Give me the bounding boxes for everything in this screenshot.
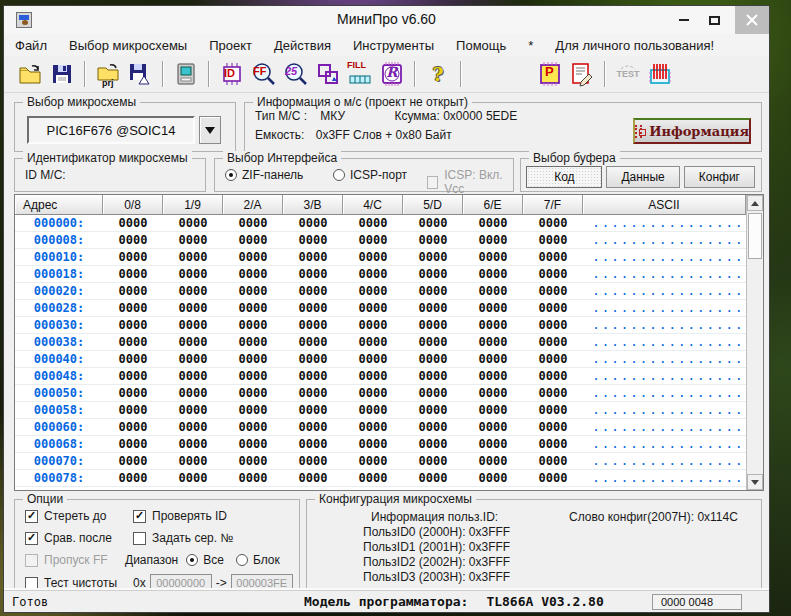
hex-value-cell[interactable]: 0000 bbox=[403, 453, 463, 469]
test-button[interactable]: TEST bbox=[613, 59, 643, 89]
hex-value-cell[interactable]: 0000 bbox=[103, 215, 163, 231]
checkbox-serial-number[interactable]: Задать сер. № bbox=[133, 531, 233, 545]
hex-value-cell[interactable]: 0000 bbox=[283, 402, 343, 418]
hex-ascii-cell[interactable]: ................ bbox=[583, 368, 746, 384]
checkbox-skip-ff[interactable]: Пропуск FF bbox=[25, 553, 125, 567]
hex-value-cell[interactable]: 0000 bbox=[283, 436, 343, 452]
hex-value-cell[interactable]: 0000 bbox=[223, 266, 283, 282]
save-project-button[interactable] bbox=[125, 59, 155, 89]
radio-zif-panel[interactable]: ZIF-панель bbox=[225, 168, 303, 182]
hex-value-cell[interactable]: 0000 bbox=[403, 249, 463, 265]
hex-value-cell[interactable]: 0000 bbox=[523, 232, 583, 248]
hex-value-cell[interactable]: 0000 bbox=[283, 334, 343, 350]
hex-value-cell[interactable]: 0000 bbox=[523, 470, 583, 486]
hex-value-cell[interactable]: 0000 bbox=[223, 419, 283, 435]
hex-value-cell[interactable]: 0000 bbox=[223, 368, 283, 384]
hex-value-cell[interactable]: 0000 bbox=[463, 351, 523, 367]
hex-value-cell[interactable]: 0000 bbox=[463, 300, 523, 316]
hex-value-cell[interactable]: 0000 bbox=[523, 300, 583, 316]
hex-value-cell[interactable]: 0000 bbox=[223, 470, 283, 486]
hex-value-cell[interactable]: 0000 bbox=[103, 300, 163, 316]
hex-value-cell[interactable]: 0000 bbox=[283, 470, 343, 486]
hex-value-cell[interactable]: 0000 bbox=[223, 317, 283, 333]
hex-value-cell[interactable]: 0000 bbox=[103, 317, 163, 333]
hex-value-cell[interactable]: 0000 bbox=[343, 300, 403, 316]
hex-value-cell[interactable]: 0000 bbox=[103, 368, 163, 384]
hex-value-cell[interactable]: 0000 bbox=[523, 317, 583, 333]
hex-value-cell[interactable]: 0000 bbox=[343, 368, 403, 384]
hex-value-cell[interactable]: 0000 bbox=[283, 419, 343, 435]
hex-ascii-cell[interactable]: ................ bbox=[583, 385, 746, 401]
hex-value-cell[interactable]: 0000 bbox=[283, 249, 343, 265]
hex-value-cell[interactable]: 0000 bbox=[223, 351, 283, 367]
hex-value-cell[interactable]: 0000 bbox=[403, 368, 463, 384]
hex-value-cell[interactable]: 0000 bbox=[163, 351, 223, 367]
chip-select-combobox[interactable]: PIC16F676 @SOIC14 bbox=[27, 116, 195, 144]
hex-ascii-cell[interactable]: ................ bbox=[583, 402, 746, 418]
hex-value-cell[interactable]: 0000 bbox=[103, 351, 163, 367]
buffer-tab-0[interactable]: Код bbox=[526, 166, 602, 188]
menu-item-0[interactable]: Файл bbox=[4, 36, 58, 55]
hex-value-cell[interactable]: 0000 bbox=[163, 368, 223, 384]
hex-value-cell[interactable]: 0000 bbox=[163, 436, 223, 452]
hex-value-cell[interactable]: 0000 bbox=[343, 419, 403, 435]
checkbox-blank-check[interactable]: Тест чистоты bbox=[25, 576, 133, 590]
hex-ascii-cell[interactable]: ................ bbox=[583, 470, 746, 486]
radio-icsp-port[interactable]: ICSP-порт bbox=[333, 168, 407, 182]
chip-id-button[interactable]: ID bbox=[217, 59, 247, 89]
hex-value-cell[interactable]: 0000 bbox=[463, 385, 523, 401]
menu-item-1[interactable]: Выбор микросхемы bbox=[58, 36, 198, 55]
hex-value-cell[interactable]: 0000 bbox=[523, 351, 583, 367]
menu-item-6[interactable]: * bbox=[517, 36, 544, 55]
radio-range-block[interactable]: Блок bbox=[236, 553, 280, 567]
hex-value-cell[interactable]: 0000 bbox=[523, 283, 583, 299]
hex-value-cell[interactable]: 0000 bbox=[163, 453, 223, 469]
fill-block-button[interactable]: FILL bbox=[345, 59, 375, 89]
hex-value-cell[interactable]: 0000 bbox=[523, 453, 583, 469]
hex-value-cell[interactable]: 0000 bbox=[343, 317, 403, 333]
hex-value-cell[interactable]: 0000 bbox=[403, 470, 463, 486]
hex-value-cell[interactable]: 0000 bbox=[463, 215, 523, 231]
hex-value-cell[interactable]: 0000 bbox=[343, 436, 403, 452]
hex-ascii-cell[interactable]: ................ bbox=[583, 419, 746, 435]
hex-ascii-cell[interactable]: ................ bbox=[583, 232, 746, 248]
hex-value-cell[interactable]: 0000 bbox=[283, 385, 343, 401]
hex-value-cell[interactable]: 0000 bbox=[463, 436, 523, 452]
search-ff-button[interactable]: FF bbox=[249, 59, 279, 89]
hex-value-cell[interactable]: 0000 bbox=[103, 419, 163, 435]
minimize-button[interactable] bbox=[671, 6, 697, 34]
hex-value-cell[interactable]: 0000 bbox=[523, 249, 583, 265]
hex-value-cell[interactable]: 0000 bbox=[163, 215, 223, 231]
hex-value-cell[interactable]: 0000 bbox=[343, 232, 403, 248]
hex-value-cell[interactable]: 0000 bbox=[103, 249, 163, 265]
hex-value-cell[interactable]: 0000 bbox=[463, 470, 523, 486]
scrollbar-thumb[interactable] bbox=[748, 213, 762, 259]
hex-value-cell[interactable]: 0000 bbox=[223, 385, 283, 401]
hex-ascii-cell[interactable]: ................ bbox=[583, 266, 746, 282]
hex-value-cell[interactable]: 0000 bbox=[523, 385, 583, 401]
scroll-down-button[interactable] bbox=[747, 474, 763, 490]
menu-item-5[interactable]: Помощь bbox=[445, 36, 517, 55]
hex-value-cell[interactable]: 0000 bbox=[283, 215, 343, 231]
hex-value-cell[interactable]: 0000 bbox=[523, 368, 583, 384]
hex-value-cell[interactable]: 0000 bbox=[403, 300, 463, 316]
hex-ascii-cell[interactable]: ................ bbox=[583, 300, 746, 316]
menu-item-2[interactable]: Проект bbox=[198, 36, 263, 55]
hex-ascii-cell[interactable]: ................ bbox=[583, 249, 746, 265]
hex-value-cell[interactable]: 0000 bbox=[163, 334, 223, 350]
buffer-tab-1[interactable]: Данные bbox=[606, 166, 679, 188]
hex-value-cell[interactable]: 0000 bbox=[163, 470, 223, 486]
hex-value-cell[interactable]: 0000 bbox=[463, 368, 523, 384]
hex-value-cell[interactable]: 0000 bbox=[403, 419, 463, 435]
hex-value-cell[interactable]: 0000 bbox=[343, 215, 403, 231]
hex-value-cell[interactable]: 0000 bbox=[163, 232, 223, 248]
hex-value-cell[interactable]: 0000 bbox=[343, 402, 403, 418]
hex-value-cell[interactable]: 0000 bbox=[523, 334, 583, 350]
scroll-up-button[interactable] bbox=[747, 195, 763, 211]
hex-value-cell[interactable]: 0000 bbox=[523, 419, 583, 435]
edit-buffer-button[interactable] bbox=[567, 59, 597, 89]
hex-value-cell[interactable]: 0000 bbox=[403, 232, 463, 248]
checkbox-verify-id[interactable]: Проверять ID bbox=[133, 509, 227, 523]
vertical-scrollbar[interactable] bbox=[746, 195, 763, 490]
hex-value-cell[interactable]: 0000 bbox=[223, 453, 283, 469]
